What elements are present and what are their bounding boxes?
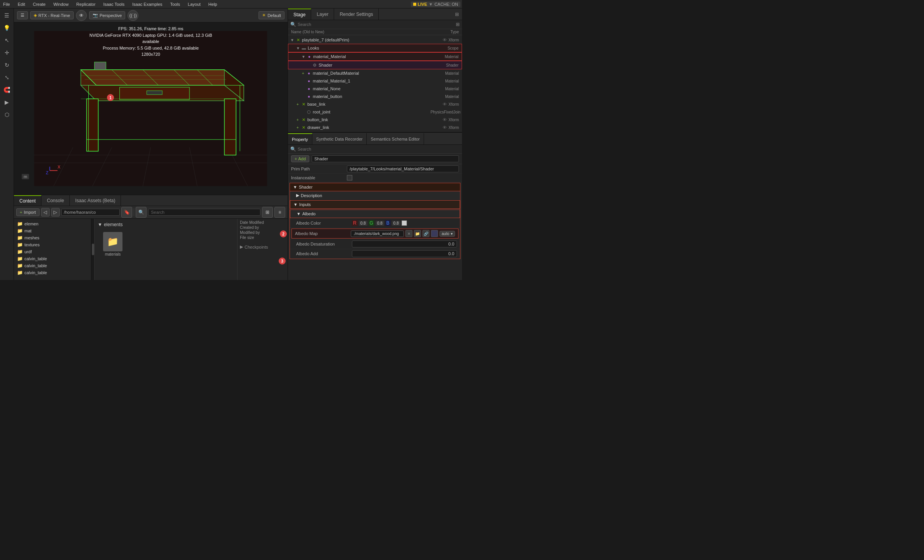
clear-map-btn[interactable]: ✕ bbox=[405, 230, 412, 237]
menu-file[interactable]: File bbox=[2, 2, 12, 7]
eye-icon[interactable]: 👁 bbox=[443, 102, 447, 107]
prop-search-input[interactable] bbox=[298, 147, 460, 151]
toolbar-light-btn[interactable]: 💡 bbox=[2, 22, 12, 33]
prim-path-value[interactable]: /playtable_7/Looks/material_Material/Sha… bbox=[347, 165, 459, 172]
description-section[interactable]: ▶ Description bbox=[290, 191, 460, 199]
menu-replicator[interactable]: Replicator bbox=[75, 2, 97, 7]
menu-isaac-tools[interactable]: Isaac Tools bbox=[102, 2, 126, 7]
albedo-map-path[interactable]: ./materials/dark_wood.png bbox=[351, 230, 404, 237]
tab-isaac-assets[interactable]: Isaac Assets (Beta) bbox=[70, 195, 121, 206]
eye-icon[interactable]: 👁 bbox=[443, 38, 447, 42]
tree-item-shader[interactable]: ⚙ Shader Shader bbox=[288, 61, 462, 69]
search-btn[interactable]: 🔍 bbox=[136, 207, 147, 218]
tab-console[interactable]: Console bbox=[41, 195, 70, 206]
tab-synthetic-data[interactable]: Synthetic Data Recorder bbox=[312, 133, 367, 144]
toolbar-rotate-btn[interactable]: ↻ bbox=[2, 60, 12, 70]
toolbar-snap-btn[interactable]: 🧲 bbox=[2, 84, 12, 95]
file-name: meshes bbox=[24, 235, 40, 240]
materials-item[interactable]: 📁 materials bbox=[99, 232, 126, 256]
tab-content[interactable]: Content bbox=[14, 195, 41, 206]
tree-item-root-joint[interactable]: ⬡ root_joint PhysicsFixedJoin bbox=[288, 108, 462, 116]
tab-render-settings[interactable]: Render Settings bbox=[334, 9, 379, 20]
eye-icon[interactable]: 👁 bbox=[443, 117, 447, 122]
tab-property[interactable]: Property bbox=[288, 133, 312, 144]
file-item-meshes[interactable]: 📁 meshes bbox=[14, 234, 91, 241]
file-item-urdf[interactable]: 📁 urdf bbox=[14, 248, 91, 255]
filter-icon[interactable]: ⊞ bbox=[456, 22, 460, 27]
default-btn[interactable]: ☀ Default bbox=[259, 11, 284, 19]
tree-item-drawer-link[interactable]: + ✕ drawer_link 👁 Xform bbox=[288, 124, 462, 131]
file-item-mat[interactable]: 📁 mat bbox=[14, 227, 91, 234]
stage-filter-btn[interactable]: ⊞ bbox=[452, 9, 462, 20]
toolbar-move-btn[interactable]: ✛ bbox=[2, 47, 12, 58]
file-item-textures[interactable]: 📁 textures bbox=[14, 241, 91, 248]
filter-btn[interactable]: ⊞ bbox=[262, 207, 273, 218]
toolbar-cursor-btn[interactable]: ↖ bbox=[2, 35, 12, 46]
color-swatch[interactable] bbox=[402, 220, 407, 226]
g-channel-value[interactable]: 0.8 bbox=[376, 221, 384, 226]
tab-stage[interactable]: Stage bbox=[288, 9, 311, 20]
import-btn[interactable]: + Import bbox=[16, 208, 40, 216]
file-item-calvin3[interactable]: 📁 calvin_table bbox=[14, 269, 91, 276]
tree-item-material-material[interactable]: ▼ ● material_Material Material bbox=[288, 52, 462, 61]
eye-icon[interactable]: 👁 bbox=[443, 125, 447, 130]
file-item-calvin2[interactable]: 📁 calvin_table bbox=[14, 262, 91, 269]
b-channel-label: B bbox=[385, 220, 391, 226]
menu-window[interactable]: Window bbox=[52, 2, 70, 7]
albedo-add-value[interactable]: 0.0 bbox=[352, 250, 457, 257]
tab-semantics[interactable]: Semantics Schema Editor bbox=[367, 133, 424, 144]
tree-item-looks[interactable]: ▼ ▬ Looks Scope bbox=[288, 44, 462, 52]
toolbar-scale-btn[interactable]: ⤡ bbox=[2, 72, 12, 83]
perspective-btn[interactable]: 📷 Perspective bbox=[89, 11, 125, 19]
color-map-btn[interactable] bbox=[431, 230, 438, 237]
instanceable-checkbox[interactable] bbox=[347, 175, 352, 180]
viewport-settings-btn[interactable]: ☰ bbox=[17, 11, 28, 19]
menu-edit[interactable]: Edit bbox=[16, 2, 27, 7]
toolbar-settings-btn[interactable]: ☰ bbox=[2, 10, 12, 21]
rtx-mode-btn[interactable]: ◈ RTX - Real-Time bbox=[30, 11, 74, 19]
add-value-box[interactable]: Shader bbox=[312, 155, 459, 162]
file-item-elemen[interactable]: 📁 elemen bbox=[14, 220, 91, 227]
viewport[interactable]: FPS: 351.26, Frame time: 2.85 ms NVIDIA … bbox=[14, 22, 288, 195]
checkpoints-section[interactable]: ▶ Checkpoints bbox=[240, 244, 285, 250]
albedo-desaturation-value[interactable]: 0.0 bbox=[352, 240, 457, 247]
menu-help[interactable]: Help bbox=[207, 2, 219, 7]
viewport-m-label: m bbox=[22, 174, 29, 179]
menu-tools[interactable]: Tools bbox=[169, 2, 182, 7]
toolbar-play-btn[interactable]: ▶ bbox=[2, 97, 12, 108]
tree-item-default-material[interactable]: + ● material_DefaultMaterial Material bbox=[288, 69, 462, 77]
menu-create[interactable]: Create bbox=[31, 2, 47, 7]
shader-section-header[interactable]: ▼ Shader bbox=[290, 183, 460, 191]
r-channel-value[interactable]: 0.8 bbox=[359, 221, 367, 226]
menu-layout[interactable]: Layout bbox=[186, 2, 202, 7]
tab-layer[interactable]: Layer bbox=[311, 9, 334, 20]
elements-folder-header[interactable]: ▼ elements bbox=[98, 222, 234, 227]
tree-item-material-1[interactable]: ● material_Material_1 Material bbox=[288, 77, 462, 85]
tree-item-material-none[interactable]: ● material_None Material bbox=[288, 85, 462, 93]
menu-isaac-examples[interactable]: Isaac Examples bbox=[131, 2, 164, 7]
link-map-btn[interactable]: 🔗 bbox=[422, 230, 429, 237]
tree-item-button-link[interactable]: + ✕ button_link 👁 Xform bbox=[288, 116, 462, 124]
tree-item-led-link[interactable]: ✕ led_link 👁 Xform bbox=[288, 131, 462, 132]
b-channel-value[interactable]: 0.8 bbox=[392, 221, 400, 226]
search-input[interactable]: Search bbox=[148, 209, 260, 216]
albedo-color-row: Albedo Color R 0.8 G 0.8 B 0.8 bbox=[290, 219, 460, 228]
bookmark-btn[interactable]: 🔖 bbox=[121, 207, 132, 218]
browse-map-btn[interactable]: 📁 bbox=[414, 230, 421, 237]
nav-forward-btn[interactable]: ▷ bbox=[51, 208, 60, 216]
audio-btn[interactable]: ((·)) bbox=[128, 10, 138, 21]
camera-toggle-btn[interactable]: 👁 bbox=[76, 10, 87, 21]
albedo-section[interactable]: ▼ Albedo bbox=[290, 210, 460, 218]
folder-icon: 📁 bbox=[17, 221, 23, 227]
tree-item-base-link[interactable]: + ✕ base_link 👁 Xform bbox=[288, 100, 462, 108]
add-property-btn[interactable]: + Add bbox=[291, 155, 309, 162]
view-toggle-btn[interactable]: ≡ bbox=[274, 207, 285, 218]
file-item-calvin1[interactable]: 📁 calvin_table bbox=[14, 255, 91, 262]
tree-item-material-button[interactable]: ● material_button Material bbox=[288, 93, 462, 100]
nav-back-btn[interactable]: ◁ bbox=[41, 208, 50, 216]
auto-btn[interactable]: auto ▾ bbox=[440, 231, 455, 237]
inputs-section[interactable]: ▼ Inputs bbox=[290, 200, 460, 209]
stage-search-input[interactable] bbox=[298, 22, 375, 27]
toolbar-extra-btn[interactable]: ⬡ bbox=[2, 109, 12, 120]
tree-item-playtable[interactable]: ▼ ✕ playtable_7 (defaultPrim) 👁 Xform bbox=[288, 36, 462, 44]
